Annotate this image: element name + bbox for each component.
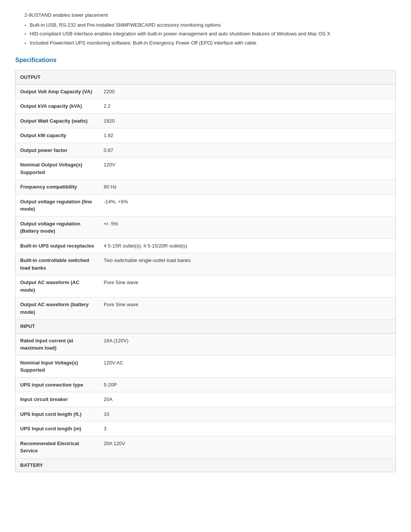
table-row: Input circuit breaker20A bbox=[16, 392, 396, 407]
table-row: Output voltage regulation (line mode)-14… bbox=[16, 194, 396, 216]
spec-value: 1920 bbox=[99, 113, 396, 128]
table-row: Nominal Input Voltage(s) Supported120V A… bbox=[16, 355, 396, 377]
spec-label: Output Volt Amp Capacity (VA) bbox=[16, 84, 99, 99]
section-header-row: BATTERY bbox=[16, 458, 396, 472]
table-row: Built-in controllable switched load bank… bbox=[16, 253, 396, 275]
spec-value: 2.2 bbox=[99, 99, 396, 114]
spec-label: Output AC waveform (battery mode) bbox=[16, 297, 99, 320]
spec-value: 5-20P bbox=[99, 377, 396, 392]
spec-value: 20A 120V bbox=[99, 436, 396, 458]
table-row: Output kVA capacity (kVA)2.2 bbox=[16, 99, 396, 114]
spec-label: Output AC waveform (AC mode) bbox=[16, 275, 99, 297]
spec-value: 3 bbox=[99, 422, 396, 436]
table-row: UPS Input cord length (ft.)10 bbox=[16, 407, 396, 422]
section-header-label: BATTERY bbox=[16, 458, 396, 472]
table-row: Output Volt Amp Capacity (VA)2200 bbox=[16, 84, 396, 99]
spec-label: Output Watt Capacity (watts) bbox=[16, 113, 99, 128]
spec-label: Output power factor bbox=[16, 143, 99, 158]
section-header-row: OUTPUT bbox=[16, 70, 396, 85]
table-row: Output Watt Capacity (watts)1920 bbox=[16, 113, 396, 128]
spec-value: 120V AC bbox=[99, 355, 396, 377]
table-row: Built-in UPS output receptacles4 5-15R o… bbox=[16, 238, 396, 253]
spec-value: 120V bbox=[99, 158, 396, 180]
table-row: Output AC waveform (AC mode)Pure Sine wa… bbox=[16, 275, 396, 297]
plain-intro-line: 2-9USTAND enables tower placement bbox=[23, 11, 396, 19]
spec-value: Two switchable single-outlet load banks bbox=[99, 253, 396, 275]
section-header-label: OUTPUT bbox=[16, 70, 396, 85]
spec-label: Built-in controllable switched load bank… bbox=[16, 253, 99, 275]
spec-value: 10 bbox=[99, 407, 396, 422]
spec-value: 0.87 bbox=[99, 143, 396, 158]
spec-value: 20A bbox=[99, 392, 396, 407]
spec-value: 16A (120V) bbox=[99, 333, 396, 355]
table-row: UPS input connection type5-20P bbox=[16, 377, 396, 392]
bullet-item: Built-in USB, RS-232 and Pre-installed S… bbox=[30, 21, 396, 29]
table-row: Output kW capacity1.92 bbox=[16, 128, 396, 143]
bullet-item: HID-compliant USB interface enables inte… bbox=[30, 30, 396, 38]
spec-label: Frequency compatibility bbox=[16, 180, 99, 195]
spec-value: -14%, +6% bbox=[99, 194, 396, 216]
spec-label: Output voltage regulation (line mode) bbox=[16, 194, 99, 216]
specifications-table: OUTPUTOutput Volt Amp Capacity (VA)2200O… bbox=[15, 70, 396, 472]
table-row: Output voltage regulation (Battery mode)… bbox=[16, 216, 396, 238]
table-row: UPS Input cord length (m)3 bbox=[16, 422, 396, 436]
spec-label: Nominal Output Voltage(s) Supported bbox=[16, 158, 99, 180]
intro-section: 2-9USTAND enables tower placement Built-… bbox=[15, 11, 396, 46]
spec-label: Input circuit breaker bbox=[16, 392, 99, 407]
feature-bullet-list: Built-in USB, RS-232 and Pre-installed S… bbox=[23, 21, 396, 47]
table-row: Rated input current (at maximum load)16A… bbox=[16, 333, 396, 355]
spec-label: UPS Input cord length (ft.) bbox=[16, 407, 99, 422]
spec-value: Pure Sine wave bbox=[99, 297, 396, 320]
spec-label: Recommended Electrical Service bbox=[16, 436, 99, 458]
spec-value: 1.92 bbox=[99, 128, 396, 143]
spec-label: Rated input current (at maximum load) bbox=[16, 333, 99, 355]
section-header-row: INPUT bbox=[16, 320, 396, 334]
spec-label: Output kW capacity bbox=[16, 128, 99, 143]
spec-value: Pure Sine wave bbox=[99, 275, 396, 297]
spec-label: Built-in UPS output receptacles bbox=[16, 238, 99, 253]
table-row: Recommended Electrical Service20A 120V bbox=[16, 436, 396, 458]
spec-value: 4 5-15R outlet(s); 4 5-15/20R outlet(s) bbox=[99, 238, 396, 253]
spec-label: Nominal Input Voltage(s) Supported bbox=[16, 355, 99, 377]
spec-value: 60 Hz bbox=[99, 180, 396, 195]
table-row: Frequency compatibility60 Hz bbox=[16, 180, 396, 195]
table-row: Output AC waveform (battery mode)Pure Si… bbox=[16, 297, 396, 320]
spec-label: Output kVA capacity (kVA) bbox=[16, 99, 99, 114]
section-header-label: INPUT bbox=[16, 320, 396, 334]
specifications-title: Specifications bbox=[15, 56, 396, 65]
spec-label: UPS input connection type bbox=[16, 377, 99, 392]
spec-label: UPS Input cord length (m) bbox=[16, 422, 99, 436]
bullet-item: Included PowerAlert UPS monitoring softw… bbox=[30, 39, 396, 47]
table-row: Nominal Output Voltage(s) Supported120V bbox=[16, 158, 396, 180]
table-row: Output power factor0.87 bbox=[16, 143, 396, 158]
spec-value: 2200 bbox=[99, 84, 396, 99]
spec-value: +/- 5% bbox=[99, 216, 396, 238]
spec-label: Output voltage regulation (Battery mode) bbox=[16, 216, 99, 238]
